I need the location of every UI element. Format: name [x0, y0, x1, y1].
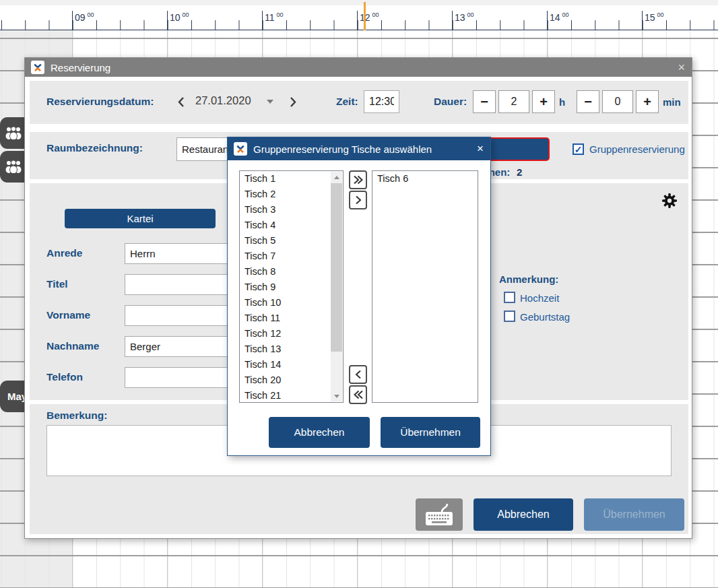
table-dialog-body: Tisch 1 Tisch 2 Tisch 3 Tisch 4 Tisch 5 …	[228, 160, 490, 457]
list-item[interactable]: Tisch 2	[240, 187, 343, 202]
list-item[interactable]: Tisch 1	[240, 171, 343, 187]
move-all-left-button[interactable]	[349, 385, 367, 404]
available-tables-list[interactable]: Tisch 1 Tisch 2 Tisch 3 Tisch 4 Tisch 5 …	[239, 170, 344, 403]
list-scrollbar[interactable]	[331, 172, 342, 401]
apply-button-disabled[interactable]: Übernehmen	[584, 498, 684, 531]
reservation-app-screen: 0900 1000 1100 1200 1300 1400 1500 May	[0, 0, 718, 588]
persons-value: 2	[517, 166, 522, 178]
hour-label: 1500	[645, 11, 664, 23]
reservation-dialog-titlebar[interactable]: Reservierung ×	[25, 58, 692, 77]
time-label: Zeit:	[336, 96, 358, 108]
minutes-unit-label: min	[663, 96, 681, 108]
list-item[interactable]: Tisch 11	[240, 311, 343, 326]
hour-label: 1200	[360, 11, 379, 23]
bemerkung-label: Bemerkung:	[46, 410, 107, 422]
list-item[interactable]: Tisch 3	[240, 202, 343, 218]
room-label: Raumbezeichnung:	[46, 142, 143, 154]
list-item[interactable]: Tisch 12	[240, 326, 343, 341]
settings-button[interactable]	[661, 193, 678, 211]
chevron-right-icon	[289, 96, 297, 108]
list-item[interactable]: Tisch 14	[240, 357, 343, 372]
reservation-date-label: Reservierungsdatum:	[46, 96, 154, 108]
x-cross-logo-icon	[234, 142, 247, 156]
keyboard-icon	[424, 502, 454, 527]
hour-label: 1400	[550, 11, 569, 23]
cancel-button[interactable]: Abbrechen	[474, 498, 573, 531]
nachname-label: Nachname	[46, 340, 99, 352]
move-right-button[interactable]	[349, 191, 367, 209]
anmerkung-label: Anmerkung:	[499, 273, 558, 285]
hochzeit-label: Hochzeit	[520, 292, 559, 304]
time-input[interactable]	[364, 90, 399, 113]
double-chevron-left-icon	[353, 389, 364, 400]
telefon-label: Telefon	[46, 371, 83, 383]
hour-label: 1000	[170, 11, 189, 23]
move-left-button[interactable]	[349, 365, 367, 384]
chevron-left-icon	[354, 369, 363, 380]
selected-tables-list[interactable]: Tisch 6	[372, 170, 478, 403]
current-time-line	[364, 2, 366, 30]
reservation-date-value[interactable]: 27.01.2020	[195, 94, 251, 107]
hours-minus-button[interactable]: −	[473, 90, 496, 113]
anrede-label: Anrede	[46, 247, 82, 259]
table-dialog-apply-button[interactable]: Übernehmen	[381, 417, 480, 448]
hour-label: 0900	[75, 11, 94, 23]
hours-value[interactable]: 2	[498, 90, 529, 113]
dialog-title: Gruppenreservierung Tische auswählen	[253, 143, 432, 155]
gear-icon	[661, 193, 678, 209]
table-selection-dialog: Gruppenreservierung Tische auswählen × T…	[227, 137, 491, 456]
list-item[interactable]: Tisch 9	[240, 280, 343, 295]
double-chevron-right-icon	[353, 174, 364, 185]
table-dialog-titlebar[interactable]: Gruppenreservierung Tische auswählen ×	[228, 137, 490, 160]
people-group-icon	[5, 160, 22, 173]
caret-down-icon[interactable]	[267, 100, 273, 104]
list-item[interactable]: Tisch 5	[240, 233, 343, 249]
list-item[interactable]: Tisch 8	[240, 264, 343, 280]
scroll-up-icon[interactable]	[331, 172, 342, 183]
date-time-section: Reservierungsdatum: 27.01.2020 Zeit: Dau…	[30, 81, 688, 124]
hours-unit-label: h	[559, 96, 565, 108]
time-ruler: 0900 1000 1100 1200 1300 1400 1500	[0, 0, 718, 30]
dialog-title: Reservierung	[51, 62, 110, 73]
chevron-left-icon	[177, 96, 185, 108]
x-cross-logo-icon	[31, 61, 44, 74]
next-date-button[interactable]	[286, 93, 300, 110]
close-icon[interactable]: ×	[477, 137, 484, 160]
geburtstag-checkbox[interactable]	[504, 311, 515, 322]
hochzeit-checkbox[interactable]	[504, 292, 515, 303]
hour-label: 1100	[265, 11, 284, 23]
duration-label: Dauer:	[434, 96, 467, 108]
keyboard-button[interactable]	[416, 498, 463, 531]
check-icon: ✓	[575, 145, 583, 154]
vorname-label: Vorname	[46, 309, 90, 321]
list-item[interactable]: Tisch 4	[240, 218, 343, 233]
prev-date-button[interactable]	[174, 93, 189, 110]
kartei-button[interactable]: Kartei	[65, 209, 216, 228]
group-reservation-checkbox[interactable]: ✓	[573, 143, 584, 155]
list-item[interactable]: Tisch 20	[240, 372, 343, 388]
minutes-minus-button[interactable]: −	[577, 90, 599, 113]
minutes-plus-button[interactable]: +	[636, 90, 659, 113]
scroll-down-icon[interactable]	[331, 391, 342, 401]
table-dialog-cancel-button[interactable]: Abbrechen	[269, 417, 370, 448]
list-item[interactable]: Tisch 10	[240, 295, 343, 311]
titel-label: Titel	[46, 278, 68, 290]
scrollbar-thumb[interactable]	[331, 183, 342, 352]
geburtstag-label: Geburtstag	[520, 311, 570, 323]
hours-plus-button[interactable]: +	[532, 90, 555, 113]
list-item[interactable]: Tisch 7	[240, 249, 343, 264]
list-item[interactable]: Tisch 6	[372, 171, 478, 187]
chevron-right-icon	[354, 195, 363, 205]
list-item[interactable]: Tisch 21	[240, 388, 343, 403]
group-reservation-label: Gruppenreservierung	[589, 143, 685, 155]
hour-label: 1300	[455, 11, 474, 23]
close-icon[interactable]: ×	[678, 58, 685, 77]
move-all-right-button[interactable]	[349, 170, 367, 189]
people-group-icon	[5, 126, 22, 139]
minutes-value[interactable]: 0	[602, 90, 633, 113]
list-item[interactable]: Tisch 13	[240, 341, 343, 357]
